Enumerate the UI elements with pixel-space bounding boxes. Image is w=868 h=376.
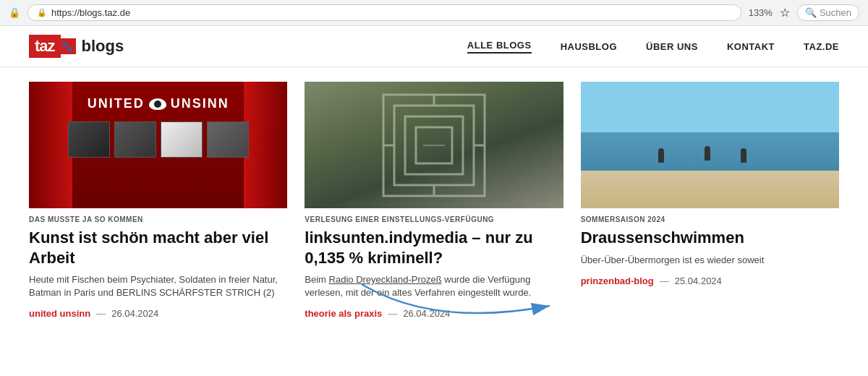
search-icon: 🔍 [805,7,817,18]
thumbnails-row [68,121,249,158]
thumb-4 [207,121,249,158]
main-content: UNITED UNSINN DAS MUSSTE JA SO KOMMEN [0,67,868,319]
curtain-left [29,82,72,208]
card-3-image[interactable] [581,82,839,208]
eye-pupil [154,101,161,108]
united-unsinn-title: UNITED UNSINN [88,96,229,111]
security-icon: 🔒 [9,7,20,18]
card-1-title[interactable]: Kunst ist schön macht aber viel Arbeit [29,228,287,268]
card-2-meta: theorie als praxis — 26.04.2024 [305,308,563,319]
beach-layer [581,171,839,209]
card-1-image[interactable]: UNITED UNSINN [29,82,287,208]
card-2-excerpt: Beim Radio Dreyeckland-Prozeß wurde die … [305,273,563,299]
nav-ueber-uns[interactable]: ÜBER UNS [646,41,698,52]
card-3-blog-name[interactable]: prinzenbad-blog [581,275,654,286]
swimmer-2 [705,146,710,161]
browser-chrome: 🔒 🔒 https://blogs.taz.de 133% ☆ 🔍 Suchen [0,0,868,26]
zoom-indicator: 133% [749,7,773,18]
card-1-date: 26.04.2024 [111,308,158,319]
card-3-meta: prinzenbad-blog — 25.04.2024 [581,275,839,286]
thumb-2 [114,121,156,158]
browser-nav-icons: 🔒 [9,7,20,18]
card-2-blog-name[interactable]: theorie als praxis [305,308,382,319]
thumb-3 [161,121,203,158]
card-3-dash: — [660,275,669,286]
card-1: UNITED UNSINN DAS MUSSTE JA SO KOMMEN [29,82,287,319]
eye-icon [149,98,166,110]
card-3-category: SOMMERSAISON 2024 [581,215,839,223]
card-3-excerpt: Über-Über-Übermorgen ist es wieder sowei… [581,254,839,267]
card-2-bg [305,82,563,208]
logo-taz: taz [29,35,61,58]
card-3-bg [581,82,839,208]
card-3: SOMMERSAISON 2024 Draussenschwimmen Über… [581,82,839,319]
site-header: taz 🐾 blogs ALLE BLOGS HAUSBLOG ÜBER UNS… [0,26,868,67]
card-2-category: VERLESUNG EINER EINSTELLUNGS-VERFÜGUNG [305,215,563,223]
logo-paw: 🐾 [61,38,76,54]
card-1-blog-name[interactable]: united unsinn [29,308,90,319]
search-box[interactable]: 🔍 Suchen [797,4,859,21]
card-2-link[interactable]: Radio Dreyeckland-Prozeß [329,274,442,285]
curtain-right [244,82,287,208]
logo-blogs: blogs [82,37,124,56]
card-2-date: 26.04.2024 [403,308,450,319]
card-1-meta: united unsinn — 26.04.2024 [29,308,287,319]
card-1-bg: UNITED UNSINN [29,82,287,208]
card-3-title[interactable]: Draussenschwimmen [581,228,839,248]
cards-wrapper: UNITED UNSINN DAS MUSSTE JA SO KOMMEN [29,82,839,319]
united-text: UNITED [88,96,145,111]
unsinn-text: UNSINN [171,96,229,111]
lock-icon: 🔒 [37,8,47,17]
card-2-image[interactable] [305,82,563,208]
swimmer-3 [741,148,746,163]
thumb-1 [68,121,110,158]
site-nav: ALLE BLOGS HAUSBLOG ÜBER UNS KONTAKT TAZ… [467,40,839,54]
nav-taz-de[interactable]: TAZ.DE [804,41,839,52]
card-1-category: DAS MUSSTE JA SO KOMMEN [29,215,287,223]
logo-area[interactable]: taz 🐾 blogs [29,35,124,58]
swimmer-1 [658,148,664,163]
card-2-title[interactable]: linksunten.indymedia – nur zu 0,135 % kr… [305,228,563,268]
card-3-date: 25.04.2024 [675,275,722,286]
nav-alle-blogs[interactable]: ALLE BLOGS [467,40,532,54]
url-text: https://blogs.taz.de [51,7,130,18]
card-2: VERLESUNG EINER EINSTELLUNGS-VERFÜGUNG l… [305,82,563,319]
card-1-dash: — [96,308,106,319]
card-1-excerpt: Heute mit Fischen beim Psychiater, Solda… [29,273,287,299]
nav-kontakt[interactable]: KONTAKT [727,41,775,52]
search-placeholder: Suchen [820,7,851,18]
nav-hausblog[interactable]: HAUSBLOG [561,41,617,52]
labyrinth-svg [376,87,492,203]
card-2-dash: — [388,308,397,319]
address-bar[interactable]: 🔒 https://blogs.taz.de [27,4,741,21]
star-icon[interactable]: ☆ [780,6,790,20]
